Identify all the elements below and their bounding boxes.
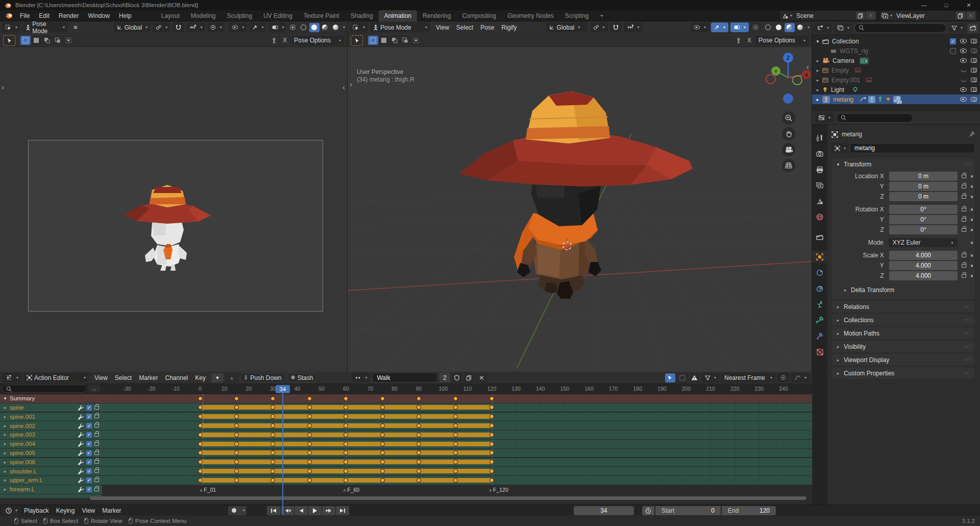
animate-dot[interactable] [971,219,973,221]
new-action-button[interactable] [464,373,474,382]
orthographic-toggle-button[interactable] [782,159,795,172]
keyframe[interactable] [234,414,239,419]
new-collection-button[interactable] [968,23,978,33]
overlays-dropdown[interactable]: ▾ [730,22,749,32]
modifier-wrench-icon[interactable] [78,414,84,420]
tweak-tool-button[interactable] [351,35,363,46]
tab-output[interactable] [812,163,827,176]
keyframe[interactable] [453,433,458,437]
marker-f_60[interactable]: ▵F_60 [344,487,359,493]
keyframe[interactable] [234,469,239,473]
mirror-x-label[interactable]: X [283,37,287,44]
current-frame-chip[interactable]: 34 [276,385,290,393]
tab-compositing[interactable]: Compositing [456,10,502,21]
outliner-row-light[interactable]: ▸ Light [812,85,980,94]
camera-viewport-canvas[interactable]: › ‹ [0,47,347,372]
modifier-wrench-icon[interactable] [78,477,84,483]
tab-geometry-nodes[interactable]: Geometry Nodes [502,10,559,21]
tab-uv-editing[interactable]: UV Editing [258,10,298,21]
disable-render-icon[interactable] [971,39,977,43]
keyframe[interactable] [307,469,312,473]
expand-icon[interactable]: ▸ [815,58,820,63]
editor-type-button[interactable]: ▾ [350,22,368,32]
snap-mode-dropdown[interactable]: Nearest Frame▾ [721,373,775,382]
animate-dot[interactable] [971,196,973,198]
keyframe[interactable] [198,405,203,410]
keyframe[interactable] [453,469,458,473]
channel-lock-icon[interactable] [94,451,99,455]
channel-enable-checkbox[interactable]: ✓ [86,477,92,483]
outliner-filter-button[interactable]: ▾ [948,23,966,33]
snap-toggle-button[interactable] [173,22,184,32]
key-channel-row[interactable] [0,403,812,412]
tab-shading[interactable]: Shading [345,10,379,21]
key-channel-row[interactable] [0,413,812,421]
disable-render-icon[interactable] [971,58,977,63]
shading-material-button[interactable] [320,23,330,32]
menu-edit[interactable]: Edit [34,10,54,21]
hide-eye-icon[interactable] [960,49,967,53]
keyframe[interactable] [380,469,385,473]
channel-expand-icon[interactable]: ▸ [3,432,8,437]
mirror-x-label[interactable]: X [747,37,751,44]
keyframe[interactable] [380,450,385,455]
character-model[interactable] [457,79,697,304]
keyframe[interactable] [380,396,385,401]
action-id-icon-button[interactable]: ▾ [352,373,370,382]
minimize-button[interactable]: — [913,0,935,10]
tweak-tool-button[interactable] [3,35,15,46]
snap-toggle-button[interactable] [610,22,622,32]
keyframe[interactable] [307,478,312,483]
transform-value-field[interactable]: 0 m [889,192,958,201]
dope-select-tool[interactable] [665,373,675,382]
keyframe[interactable] [380,442,385,446]
timeline-ruler[interactable]: -30-20-100102030405060708090100110120130… [0,384,812,394]
keyframe[interactable] [271,442,275,446]
header-menu-collapsed[interactable]: ≡ [70,23,81,31]
lock-icon[interactable] [962,208,966,211]
keyframe[interactable] [416,396,421,401]
disable-render-icon[interactable] [971,97,977,102]
viewport-menu-rigify[interactable]: Rigify [498,24,521,31]
select-mode-subtract-button[interactable] [389,36,400,45]
menu-render[interactable]: Render [54,10,83,21]
select-mode-extend-button[interactable] [31,36,41,45]
mode-dropdown[interactable]: Pose Mode▾ [370,22,430,32]
lock-icon[interactable] [962,274,966,278]
hide-eye-icon[interactable] [960,87,967,92]
menu-file[interactable]: File [15,10,34,21]
modifier-wrench-icon[interactable] [78,459,84,465]
keyframe[interactable] [307,414,312,419]
keyframe[interactable] [380,460,385,464]
transform-value-field[interactable]: 0° [889,205,958,214]
keyframe[interactable] [416,478,421,483]
shading-solid-button[interactable] [309,23,320,32]
transform-value-field[interactable]: 0° [889,225,958,234]
marker-f_120[interactable]: ▵F_120 [489,487,508,493]
keyframe[interactable] [198,460,203,464]
channel-expand-icon[interactable]: ▾ [3,396,8,401]
hide-eye-icon[interactable] [960,97,967,102]
horizontal-scrollbar[interactable] [90,496,806,500]
tab-object[interactable] [812,251,827,263]
channel-row-spine-001[interactable]: ▸spine.001✓ [0,413,102,421]
outliner-display-mode-button[interactable]: ▾ [834,23,852,33]
keyframe[interactable] [234,442,239,446]
hidden-eye-icon[interactable] [961,79,967,82]
channel-row-upper_arm-l[interactable]: ▸upper_arm.L✓ [0,476,102,485]
channel-lock-icon[interactable] [94,442,99,446]
channel-expand-icon[interactable]: ▸ [3,405,8,410]
keyframe[interactable] [380,414,385,419]
exclude-checkbox[interactable] [950,48,956,54]
keyframe[interactable] [307,433,312,437]
key-channel-row[interactable] [0,421,812,430]
keyframe[interactable] [453,405,458,410]
channel-enable-checkbox[interactable]: ✓ [86,487,92,492]
dope-filter-dropdown[interactable]: ▾ [702,373,719,382]
menu-window[interactable]: Window [83,10,114,21]
maximize-button[interactable]: □ [935,0,958,10]
expand-icon[interactable]: ▸ [815,68,820,73]
frame-start-field[interactable]: Start0 [655,506,721,515]
navigation-gizmo[interactable]: Z X Y [765,50,812,106]
keyframe[interactable] [198,450,203,455]
